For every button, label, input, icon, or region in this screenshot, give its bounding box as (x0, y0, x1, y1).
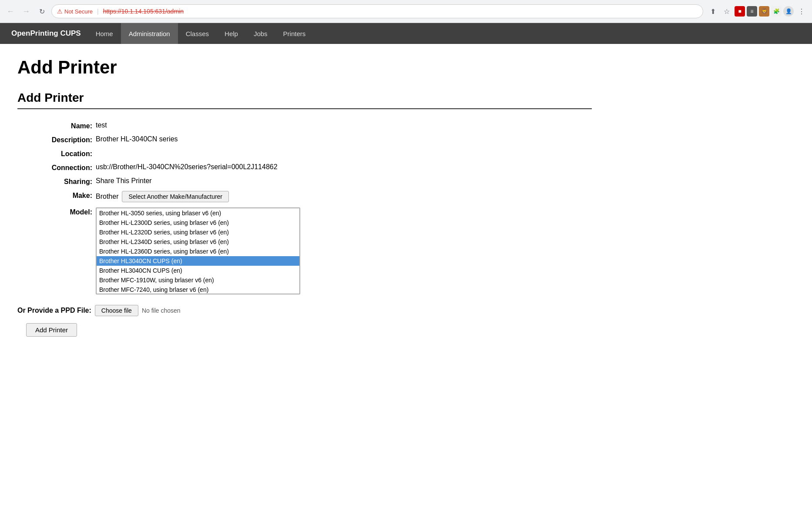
sharing-value: Share This Printer (96, 177, 152, 185)
address-separator: | (97, 8, 99, 15)
nav-home[interactable]: Home (88, 23, 121, 44)
description-label: Description: (26, 135, 96, 144)
name-row: Name: test (26, 121, 592, 130)
not-secure-warning: ⚠ Not Secure (57, 8, 93, 15)
model-select[interactable]: Brother HL-3050 series, using brlaser v6… (96, 207, 300, 294)
model-label: Model: (26, 207, 96, 216)
extension-3-icon[interactable]: 🦁 (759, 6, 769, 17)
add-printer-button[interactable]: Add Printer (26, 323, 77, 337)
bookmark-button[interactable]: ☆ (721, 5, 733, 17)
make-label: Make: (26, 191, 96, 200)
not-secure-label: Not Secure (64, 8, 93, 15)
ppd-label: Or Provide a PPD File: (17, 307, 91, 314)
nav-help[interactable]: Help (217, 23, 246, 44)
select-make-button[interactable]: Select Another Make/Manufacturer (122, 191, 229, 202)
make-row: Make: Brother Select Another Make/Manufa… (26, 191, 592, 202)
cups-nav-brand[interactable]: OpenPrinting CUPS (4, 23, 88, 44)
ppd-row: Or Provide a PPD File: Choose file No fi… (17, 305, 592, 316)
extension-1-icon[interactable]: ■ (735, 6, 745, 17)
name-label: Name: (26, 121, 96, 130)
connection-label: Connection: (26, 163, 96, 172)
model-row: Model: Brother HL-3050 series, using brl… (26, 207, 592, 294)
section-title: Add Printer (17, 91, 592, 109)
refresh-button[interactable]: ↻ (36, 5, 48, 17)
sharing-row: Sharing: Share This Printer (26, 177, 592, 186)
profile-icon[interactable]: 👤 (783, 6, 794, 17)
extension-puzzle-icon[interactable]: 🧩 (771, 6, 782, 17)
description-row: Description: Brother HL-3040CN series (26, 135, 592, 144)
back-button[interactable]: ← (4, 5, 17, 17)
menu-button[interactable]: ⋮ (795, 5, 808, 17)
page-main-title: Add Printer (17, 57, 592, 78)
make-value: Brother (96, 193, 118, 201)
warning-icon: ⚠ (57, 8, 63, 15)
browser-chrome: ← → ↻ ⚠ Not Secure | https://10.1.14.105… (0, 0, 812, 23)
nav-administration[interactable]: Administration (121, 23, 178, 44)
browser-actions: ⬆ ☆ ■ ≡ 🦁 🧩 👤 ⋮ (707, 5, 808, 17)
nav-classes[interactable]: Classes (178, 23, 217, 44)
connection-row: Connection: usb://Brother/HL-3040CN%20se… (26, 163, 592, 172)
name-value: test (96, 121, 107, 129)
forward-button[interactable]: → (20, 5, 32, 17)
browser-toolbar: ← → ↻ ⚠ Not Secure | https://10.1.14.105… (0, 0, 812, 23)
description-value: Brother HL-3040CN series (96, 135, 178, 143)
share-button[interactable]: ⬆ (707, 5, 719, 17)
page-content: Add Printer Add Printer Name: test Descr… (0, 44, 609, 350)
location-row: Location: (26, 149, 592, 158)
nav-jobs[interactable]: Jobs (246, 23, 275, 44)
cups-nav: OpenPrinting CUPS Home Administration Cl… (0, 23, 812, 44)
address-bar[interactable]: ⚠ Not Secure | https://10.1.14.105:631/a… (51, 4, 703, 18)
make-controls: Brother Select Another Make/Manufacturer (96, 191, 229, 202)
form-table: Name: test Description: Brother HL-3040C… (26, 121, 592, 294)
nav-printers[interactable]: Printers (275, 23, 314, 44)
connection-value: usb://Brother/HL-3040CN%20series?serial=… (96, 163, 278, 171)
no-file-text: No file chosen (142, 307, 181, 314)
extension-2-icon[interactable]: ≡ (747, 6, 757, 17)
address-url: https://10.1.14.105:631/admin (103, 8, 184, 15)
choose-file-button[interactable]: Choose file (95, 305, 138, 316)
location-label: Location: (26, 149, 96, 158)
sharing-label: Sharing: (26, 177, 96, 186)
